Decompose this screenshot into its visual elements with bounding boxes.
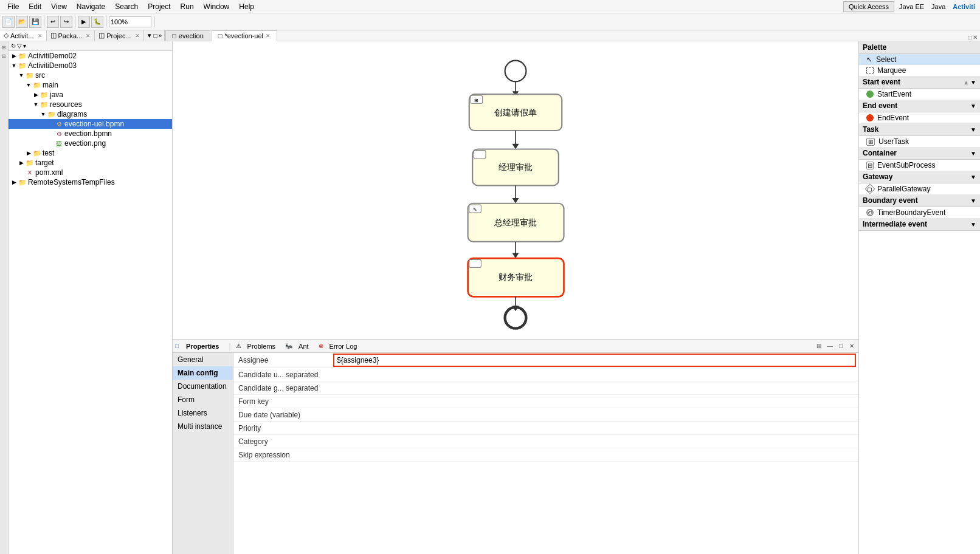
perspective-javaee[interactable]: Java EE [897, 2, 927, 12]
perspective-java[interactable]: Java [929, 2, 948, 12]
props-sidebar-main-config[interactable]: Main config [173, 366, 233, 380]
sidebar-collapse-all[interactable]: ▽ [17, 43, 22, 49]
sidebar-tab-projec[interactable]: ◫ Projec... ✕ [95, 30, 143, 41]
palette-item-start-event[interactable]: StartEvent [859, 89, 980, 100]
props-tab-properties[interactable]: Properties [181, 341, 224, 351]
palette-item-marquee[interactable]: Marquee [859, 65, 980, 76]
sidebar-settings[interactable]: ▾ [23, 43, 26, 49]
sidebar-tab-activit[interactable]: ◇ Activit... ✕ [0, 30, 47, 41]
palette-section-end-event[interactable]: End event ▼ [859, 100, 980, 112]
toolbar-undo[interactable]: ↩ [47, 16, 59, 28]
editor-tab-evection-uel[interactable]: □ *evection-uel ✕ [212, 30, 277, 41]
menu-file[interactable]: File [2, 1, 24, 12]
tree-arrow-test[interactable]: ▶ [26, 150, 32, 156]
props-sidebar-form[interactable]: Form [173, 393, 233, 406]
tree-arrow-activitidemo02[interactable]: ▶ [11, 53, 17, 59]
candidate-g-input[interactable] [333, 384, 856, 392]
palette-section-gateway[interactable]: Gateway ▼ [859, 171, 980, 183]
tree-activitidemo02[interactable]: ▶ 📁 ActivitiDemo02 [9, 51, 172, 61]
tree-remote-systems[interactable]: ▶ 📁 RemoteSystemsTempFiles [9, 177, 172, 187]
priority-input[interactable] [333, 424, 856, 433]
palette-item-end-event[interactable]: EndEvent [859, 112, 980, 123]
menu-project[interactable]: Project [143, 1, 175, 12]
toolbar-debug[interactable]: 🐛 [91, 16, 103, 28]
palette-section-start-event[interactable]: Start event ▲ ▼ [859, 76, 980, 89]
editor-tab-evection-uel-close[interactable]: ✕ [266, 33, 271, 39]
props-value-skip-expression[interactable] [331, 450, 858, 460]
tree-arrow-src[interactable]: ▼ [18, 72, 24, 78]
sidebar-tab-activit-close[interactable]: ✕ [38, 33, 43, 39]
tree-arrow-resources[interactable]: ▼ [33, 101, 39, 108]
palette-collapse-boundary[interactable]: ▼ [970, 197, 976, 204]
tree-arrow-activitidemo03[interactable]: ▼ [11, 63, 17, 69]
tree-test[interactable]: ▶ 📁 test [9, 148, 172, 158]
zoom-input[interactable] [109, 16, 151, 27]
toolbar-open[interactable]: 📂 [16, 16, 28, 28]
vert-icon-2[interactable]: ⊟ [1, 52, 8, 60]
toolbar-save[interactable]: 💾 [29, 16, 41, 28]
props-value-category[interactable] [331, 437, 858, 446]
assignee-input[interactable] [333, 354, 856, 367]
palette-item-event-subprocess[interactable]: ⊟ EventSubProcess [859, 160, 980, 171]
category-input[interactable] [333, 437, 856, 446]
palette-item-select[interactable]: ↖ Select [859, 54, 980, 65]
sidebar-tab-projec-close[interactable]: ✕ [135, 33, 140, 39]
menu-help[interactable]: Help [234, 1, 259, 12]
palette-section-intermediate-event[interactable]: Intermediate event ▼ [859, 218, 980, 231]
sidebar-tab-packa-close[interactable]: ✕ [86, 33, 91, 39]
palette-collapse-task[interactable]: ▼ [970, 126, 976, 133]
tree-arrow-target[interactable]: ▶ [18, 160, 24, 166]
menu-view[interactable]: View [46, 1, 72, 12]
sidebar-collapse[interactable]: ▼ [147, 32, 153, 39]
props-sidebar-documentation[interactable]: Documentation [173, 380, 233, 393]
palette-collapse-container[interactable]: ▼ [970, 150, 976, 157]
palette-scroll-up-start[interactable]: ▲ [963, 79, 969, 86]
toolbar-new[interactable]: 📄 [2, 16, 15, 28]
tree-evection-bpmn[interactable]: ⚙ evection.bpmn [9, 129, 172, 138]
tree-main[interactable]: ▼ 📁 main [9, 80, 172, 90]
props-maximize[interactable]: □ [837, 342, 845, 351]
props-minimize[interactable]: — [826, 342, 834, 351]
tree-activitidemo03[interactable]: ▼ 📁 ActivitiDemo03 [9, 61, 172, 70]
palette-collapse-gateway[interactable]: ▼ [970, 174, 976, 180]
props-value-assignee[interactable] [331, 353, 858, 368]
editor-tab-evection[interactable]: □ evection [165, 30, 210, 41]
menu-edit[interactable]: Edit [24, 1, 46, 12]
tree-java[interactable]: ▶ 📁 java [9, 90, 172, 100]
props-value-candidate-g[interactable] [331, 383, 858, 393]
tree-diagrams[interactable]: ▼ 📁 diagrams [9, 109, 172, 119]
editor-area-maximize[interactable]: □ [968, 34, 971, 41]
tree-src[interactable]: ▼ 📁 src [9, 70, 172, 80]
props-value-candidate-u[interactable] [331, 370, 858, 380]
props-close[interactable]: ✕ [847, 342, 856, 351]
vert-icon-1[interactable]: ⊞ [1, 44, 8, 51]
palette-section-task[interactable]: Task ▼ [859, 123, 980, 136]
palette-collapse-start[interactable]: ▼ [970, 79, 976, 86]
props-sidebar-multi-instance[interactable]: Multi instance [173, 420, 233, 433]
tree-evection-png[interactable]: 🖼 evection.png [9, 138, 172, 148]
candidate-u-input[interactable] [333, 371, 856, 379]
palette-section-container[interactable]: Container ▼ [859, 147, 980, 160]
menu-window[interactable]: Window [199, 1, 235, 12]
props-sidebar-general[interactable]: General [173, 353, 233, 366]
sidebar-more[interactable]: » [159, 32, 162, 39]
menu-navigate[interactable]: Navigate [72, 1, 110, 12]
tree-arrow-diagrams[interactable]: ▼ [40, 111, 46, 117]
tree-resources[interactable]: ▼ 📁 resources [9, 100, 172, 109]
form-key-input[interactable] [333, 397, 856, 406]
props-value-form-key[interactable] [331, 397, 858, 406]
editor-area-close[interactable]: ✕ [973, 34, 978, 41]
props-tab-ant[interactable]: Ant [294, 341, 314, 351]
menu-search[interactable]: Search [110, 1, 143, 12]
sidebar-tab-packa[interactable]: ◫ Packa... ✕ [47, 30, 95, 41]
palette-collapse-intermediate[interactable]: ▼ [970, 221, 976, 228]
palette-item-user-task[interactable]: ⊞ UserTask [859, 136, 980, 147]
tree-pom-xml[interactable]: X pom.xml [9, 168, 172, 177]
props-value-priority[interactable] [331, 423, 858, 433]
perspective-activiti[interactable]: Activiti [950, 2, 978, 12]
bpmn-canvas[interactable]: 创建请假单 ⊞ 经理审批 总经理审批 [173, 41, 858, 339]
tree-arrow-remote[interactable]: ▶ [11, 179, 17, 185]
props-new-window[interactable]: ⊞ [815, 342, 823, 351]
props-sidebar-listeners[interactable]: Listeners [173, 406, 233, 420]
menu-run[interactable]: Run [176, 1, 199, 12]
